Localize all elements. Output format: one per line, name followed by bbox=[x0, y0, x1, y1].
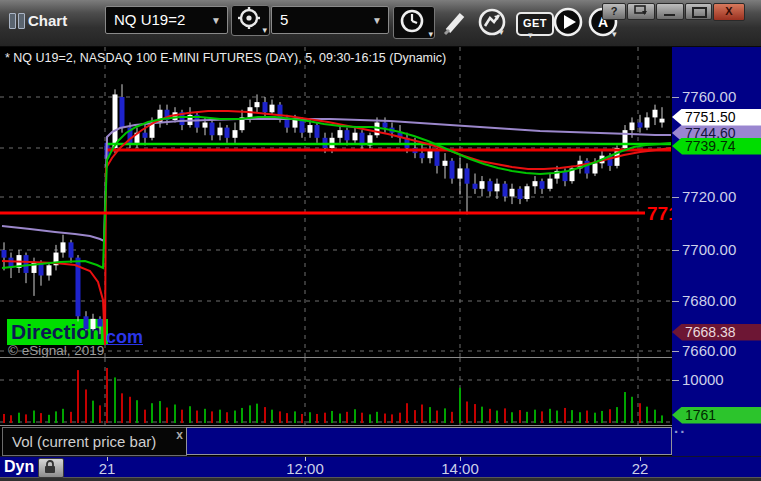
ma-green-line bbox=[2, 117, 671, 268]
popout-icon bbox=[633, 5, 649, 16]
chevron-down-icon: ▾ bbox=[528, 30, 533, 40]
chart-window: Chart NQ U19=2 ▼ ▾ 5 ▼ bbox=[0, 0, 761, 481]
pencil-icon bbox=[441, 8, 471, 36]
symbol-value: NQ U19=2 bbox=[114, 11, 185, 28]
close-icon[interactable]: x bbox=[176, 428, 183, 442]
lock-button[interactable] bbox=[38, 458, 64, 478]
pane-grip-dots[interactable]: .. bbox=[674, 419, 686, 436]
chevron-down-icon: ▾ bbox=[262, 25, 267, 35]
volume-pane-svg[interactable] bbox=[0, 358, 672, 425]
play-replay-button[interactable] bbox=[553, 7, 585, 43]
chevron-down-icon: ▼ bbox=[211, 8, 221, 34]
price-badge: 7668.38 bbox=[672, 324, 761, 341]
chevron-down-icon: ▾ bbox=[612, 29, 617, 39]
time-template-button[interactable]: ▾ bbox=[393, 6, 435, 39]
price-pane-svg[interactable]: 771 bbox=[0, 47, 672, 357]
maximize-button[interactable] bbox=[685, 3, 712, 20]
candles-layer bbox=[2, 84, 665, 334]
chart-window-icon bbox=[9, 13, 27, 33]
settings-button[interactable]: ▾ bbox=[231, 5, 270, 36]
get-data-button[interactable]: GET bbox=[516, 12, 554, 36]
title-bar: Chart NQ U19=2 ▼ ▾ 5 ▼ bbox=[0, 0, 761, 47]
chevron-down-icon: ▼ bbox=[372, 8, 382, 34]
window-bottom-edge bbox=[0, 477, 761, 481]
axis-tick: 10000 bbox=[672, 372, 761, 388]
interval-dropdown[interactable]: 5 ▼ bbox=[271, 6, 389, 34]
lock-icon bbox=[39, 459, 61, 475]
popout-button[interactable] bbox=[627, 3, 655, 20]
time-tick-label: 22 bbox=[632, 460, 649, 477]
axis-tick: 7760.00 bbox=[672, 89, 761, 105]
minimize-icon bbox=[664, 14, 675, 16]
zigzag-icon bbox=[477, 7, 511, 39]
symbol-dropdown[interactable]: NQ U19=2 ▼ bbox=[105, 6, 228, 34]
minimize-button[interactable] bbox=[656, 3, 684, 20]
dynamic-mode-label: Dyn bbox=[4, 458, 34, 476]
axis-tick: 7680.00 bbox=[672, 293, 761, 309]
price-badge: 7739.74 bbox=[672, 138, 761, 155]
draw-pencil-button[interactable] bbox=[441, 8, 471, 40]
pane-divider-bottom bbox=[0, 425, 672, 426]
chevron-down-icon: ▾ bbox=[428, 29, 433, 39]
price-grid bbox=[0, 47, 672, 357]
help-button[interactable]: ? bbox=[602, 3, 626, 20]
axis-tick: 7660.00 bbox=[672, 343, 761, 359]
axis-tick: 7700.00 bbox=[672, 242, 761, 258]
zigzag-tool-button[interactable]: ▾ bbox=[477, 7, 511, 43]
volume-study-label: Vol (current price bar) bbox=[12, 433, 156, 450]
horizontal-scrollbar[interactable] bbox=[186, 427, 672, 455]
chevron-down-icon: ▾ bbox=[499, 27, 504, 37]
axis-tick: 7720.00 bbox=[672, 189, 761, 205]
time-tick-label: 14:00 bbox=[441, 460, 479, 477]
maximize-icon bbox=[692, 7, 707, 18]
time-tick-label: 12:00 bbox=[286, 460, 324, 477]
play-icon bbox=[553, 7, 585, 39]
price-axis[interactable]: 7760.007720.007700.007680.007660.0010000… bbox=[672, 47, 761, 456]
clock-icon bbox=[394, 7, 432, 36]
time-tick-label: 21 bbox=[99, 460, 116, 477]
time-axis[interactable]: Dyn 2112:0014:0022 bbox=[0, 456, 761, 477]
copyright: © eSignal, 2019 bbox=[8, 343, 104, 358]
price-badge: 7751.50 bbox=[672, 109, 761, 126]
ma-red-line bbox=[2, 111, 671, 345]
interval-value: 5 bbox=[280, 11, 288, 28]
volume-bars-layer bbox=[3, 368, 663, 423]
red-support-label: 771 bbox=[647, 203, 672, 224]
chart-header: * NQ U19=2, NASDAQ 100 E-MINI FUTURES (D… bbox=[5, 51, 446, 65]
window-title: Chart bbox=[28, 12, 67, 29]
close-button[interactable]: X bbox=[713, 3, 745, 21]
volume-study-tab[interactable]: Vol (current price bar) x bbox=[2, 427, 187, 456]
